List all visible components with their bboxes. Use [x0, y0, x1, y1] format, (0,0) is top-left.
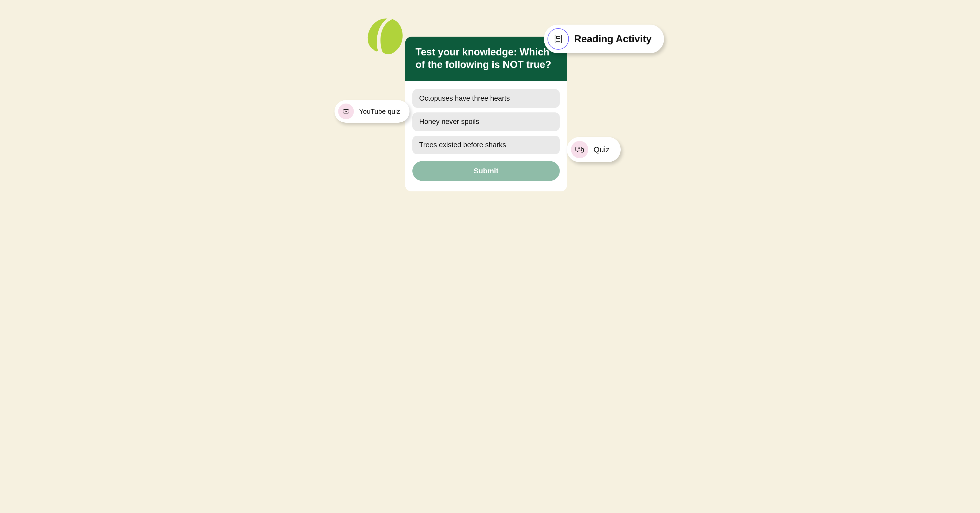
quiz-card: Test your knowledge: Which of the follow… — [405, 37, 567, 191]
svg-point-5 — [579, 150, 579, 150]
svg-rect-1 — [556, 37, 560, 38]
submit-button[interactable]: Submit — [412, 161, 560, 181]
youtube-quiz-label: YouTube quiz — [359, 107, 400, 116]
quiz-chip[interactable]: Quiz — [567, 137, 620, 162]
canvas: Test your knowledge: Which of the follow… — [294, 0, 686, 205]
reading-activity-chip[interactable]: Reading Activity — [544, 25, 664, 53]
quiz-option[interactable]: Trees existed before sharks — [412, 136, 560, 154]
quiz-question: Test your knowledge: Which of the follow… — [405, 37, 567, 81]
quiz-body: Octopuses have three hearts Honey never … — [405, 81, 567, 191]
bean-decoration — [362, 14, 410, 58]
question-chat-icon — [571, 141, 588, 158]
quiz-option[interactable]: Honey never spoils — [412, 112, 560, 131]
youtube-icon — [338, 104, 354, 119]
quiz-chip-label: Quiz — [593, 145, 610, 154]
quiz-option[interactable]: Octopuses have three hearts — [412, 89, 560, 108]
reading-activity-label: Reading Activity — [574, 33, 652, 45]
youtube-quiz-chip[interactable]: YouTube quiz — [334, 100, 409, 123]
book-icon — [547, 28, 569, 50]
